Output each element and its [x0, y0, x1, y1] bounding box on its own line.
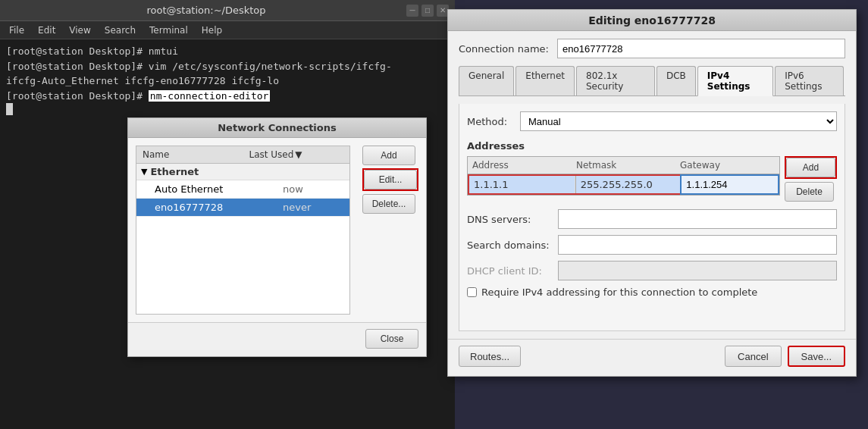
save-button[interactable]: Save...	[788, 346, 845, 367]
nc-add-button[interactable]: Add	[362, 146, 415, 165]
nc-content: Name Last Used ▼ ▼ Ethernet Auto Etherne…	[128, 138, 426, 322]
terminal-menubar: File Edit View Search Terminal Help	[0, 21, 455, 39]
require-ipv4-label: Require IPv4 addressing for this connect…	[481, 287, 757, 298]
connection-name-row: Connection name:	[459, 39, 845, 58]
menu-help[interactable]: Help	[196, 23, 228, 37]
connection-name-label: Connection name:	[459, 43, 557, 55]
menu-edit[interactable]: Edit	[32, 23, 61, 37]
ethernet-group-label: Ethernet	[150, 166, 199, 177]
tab-dcb[interactable]: DCB	[656, 66, 696, 96]
auto-ethernet-row[interactable]: Auto Ethernet now	[136, 180, 349, 199]
window-buttons: ─ □ ✕	[406, 5, 449, 17]
eno16777728-last-used: never	[283, 202, 343, 213]
addr-col-netmask: Netmask	[572, 157, 675, 174]
menu-file[interactable]: File	[3, 23, 30, 37]
eno16777728-name: eno16777728	[155, 202, 283, 213]
addr-cell-address: 1.1.1.1	[469, 176, 575, 193]
nc-table-body: ▼ Ethernet Auto Ethernet now eno16777728…	[136, 163, 350, 315]
addr-header: Address Netmask Gateway	[468, 157, 779, 174]
method-select-wrapper: Manual Automatic (DHCP) Link-Local Only …	[520, 111, 837, 131]
tab-ipv6[interactable]: IPv6 Settings	[775, 66, 844, 96]
terminal-title: root@station:~/Desktop	[6, 5, 406, 16]
tab-ethernet[interactable]: Ethernet	[515, 66, 575, 96]
nc-right-buttons: Add Edit... Delete...	[356, 146, 418, 315]
addr-action-buttons: Add Delete	[785, 156, 837, 202]
addr-delete-button[interactable]: Delete	[785, 182, 834, 202]
cursor-line	[6, 103, 449, 115]
addr-data-row[interactable]: 1.1.1.1 255.255.255.0	[468, 174, 779, 195]
menu-view[interactable]: View	[63, 23, 96, 37]
method-row: Method: Manual Automatic (DHCP) Link-Loc…	[467, 111, 837, 131]
nc-dialog-titlebar: Network Connections	[128, 118, 426, 138]
addresses-table: Address Netmask Gateway 1.1.1.1 255.255.…	[467, 156, 780, 196]
cursor-block	[6, 103, 13, 115]
addr-cell-gateway-wrapper	[682, 176, 778, 193]
addresses-table-wrapper: Address Netmask Gateway 1.1.1.1 255.255.…	[467, 156, 780, 196]
menu-terminal[interactable]: Terminal	[143, 23, 194, 37]
addresses-label: Addresses	[467, 140, 837, 152]
menu-search[interactable]: Search	[99, 23, 142, 37]
group-collapse-icon: ▼	[141, 167, 147, 177]
addr-add-btn-wrapper: Add	[785, 156, 837, 179]
search-domains-input[interactable]	[558, 235, 837, 255]
editing-bottom-bar: Routes... Cancel Save...	[448, 339, 856, 376]
ipv4-tab-content: Method: Manual Automatic (DHCP) Link-Loc…	[459, 104, 845, 331]
terminal-line-3: ifcfg-Auto_Ethernet ifcfg-eno16777728 if…	[6, 74, 449, 89]
addr-col-address: Address	[468, 157, 572, 174]
dhcp-client-id-label: DHCP client ID:	[467, 265, 558, 277]
network-connections-dialog: Network Connections Name Last Used ▼ ▼ E…	[127, 117, 427, 357]
method-label: Method:	[467, 116, 520, 127]
nc-close-button[interactable]: Close	[365, 329, 418, 349]
search-domains-row: Search domains:	[467, 235, 837, 255]
addresses-with-buttons: Address Netmask Gateway 1.1.1.1 255.255.…	[467, 156, 837, 202]
nc-edit-button[interactable]: Edit...	[364, 170, 417, 189]
editing-dialog: Editing eno16777728 Connection name: Gen…	[447, 9, 857, 377]
nc-col-name: Name	[136, 146, 243, 163]
terminal-line-4: [root@station Desktop]# nm-connection-ed…	[6, 89, 449, 104]
search-domains-label: Search domains:	[467, 240, 558, 251]
addresses-section: Addresses Address Netmask Gateway 1.1.1.…	[467, 140, 837, 202]
auto-ethernet-name: Auto Ethernet	[155, 183, 283, 195]
dns-row: DNS servers:	[467, 209, 837, 229]
cancel-button[interactable]: Cancel	[725, 346, 781, 367]
addr-gateway-input[interactable]	[682, 176, 778, 193]
editing-titlebar: Editing eno16777728	[448, 10, 856, 31]
auto-ethernet-last-used: now	[283, 183, 343, 195]
highlighted-command: nm-connection-editor	[149, 90, 271, 102]
edit-button-wrapper: Edit...	[362, 168, 418, 191]
terminal-line-1: [root@station Desktop]# nmtui	[6, 44, 449, 59]
method-select[interactable]: Manual Automatic (DHCP) Link-Local Only …	[520, 111, 837, 131]
terminal-line-2: [root@station Desktop]# vim /etc/sysconf…	[6, 59, 449, 74]
nc-col-last-used: Last Used ▼	[243, 146, 350, 163]
dhcp-client-id-input	[558, 261, 837, 280]
nc-bottom: Close	[128, 322, 426, 356]
editing-content: Connection name: General Ethernet 802.1x…	[448, 31, 856, 339]
addr-col-gateway: Gateway	[675, 157, 779, 174]
ethernet-group-header[interactable]: ▼ Ethernet	[136, 164, 349, 180]
require-ipv4-row: Require IPv4 addressing for this connect…	[467, 287, 837, 298]
nc-table-header: Name Last Used ▼	[136, 146, 350, 163]
dhcp-client-id-row: DHCP client ID:	[467, 261, 837, 280]
nc-delete-button[interactable]: Delete...	[362, 194, 415, 214]
require-ipv4-checkbox[interactable]	[467, 287, 477, 297]
eno16777728-row[interactable]: eno16777728 never	[136, 199, 349, 217]
tab-ipv4[interactable]: IPv4 Settings	[697, 66, 773, 96]
sort-arrow-icon: ▼	[295, 149, 302, 160]
tabs-bar: General Ethernet 802.1x Security DCB IPv…	[459, 66, 845, 96]
routes-button[interactable]: Routes...	[459, 346, 521, 367]
editing-dialog-title: Editing eno16777728	[588, 14, 716, 27]
terminal-titlebar: root@station:~/Desktop ─ □ ✕	[0, 0, 455, 21]
tab-general[interactable]: General	[459, 66, 514, 96]
tab-8021x[interactable]: 802.1x Security	[576, 66, 655, 96]
minimize-button[interactable]: ─	[406, 5, 418, 17]
editing-actions: Cancel Save...	[725, 346, 845, 367]
connection-name-input[interactable]	[557, 39, 845, 58]
dns-input[interactable]	[558, 209, 837, 229]
dns-label: DNS servers:	[467, 214, 558, 225]
nc-dialog-title: Network Connections	[218, 122, 337, 133]
addr-cell-netmask: 255.255.255.0	[575, 176, 682, 193]
addr-add-button[interactable]: Add	[786, 158, 835, 177]
maximize-button[interactable]: □	[421, 5, 434, 17]
